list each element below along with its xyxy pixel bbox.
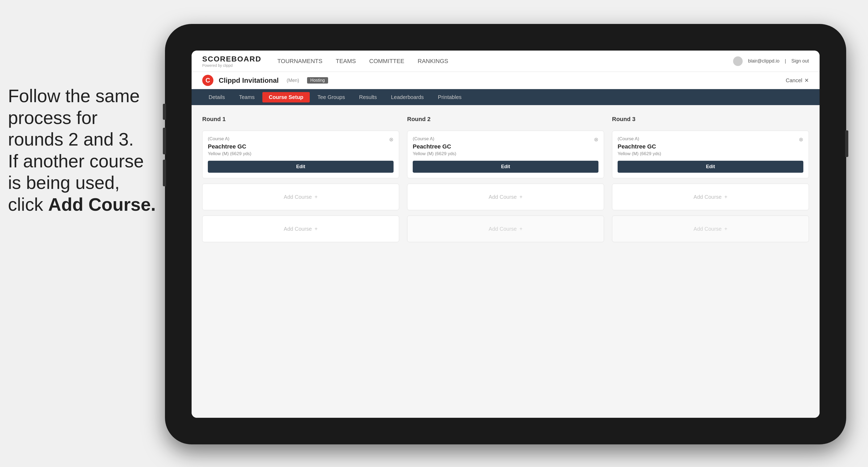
add-course-r3-2-label: Add Course xyxy=(693,226,722,232)
round-3-add-course-1[interactable]: Add Course + xyxy=(612,184,809,210)
round-3-add-course-2: Add Course + xyxy=(612,216,809,242)
nav-tournaments[interactable]: TOURNAMENTS xyxy=(277,56,322,66)
tab-bar: Details Teams Course Setup Tee Groups Re… xyxy=(192,89,819,105)
nav-teams[interactable]: TEAMS xyxy=(336,56,356,66)
round-3-course-label: (Course A) xyxy=(618,136,803,142)
round-2-course-label: (Course A) xyxy=(413,136,598,142)
round-3-edit-button[interactable]: Edit xyxy=(618,161,803,173)
tournament-name: Clippd Invitational xyxy=(219,76,279,85)
cancel-icon: ✕ xyxy=(804,77,809,84)
page-container: Follow the same process for rounds 2 and… xyxy=(0,0,868,467)
avatar xyxy=(733,56,743,66)
round-2-edit-button[interactable]: Edit xyxy=(413,161,598,173)
add-course-r2-2-plus-icon: + xyxy=(519,226,523,232)
add-course-2-label: Add Course xyxy=(284,226,312,232)
round-2-column: Round 2 ⊗ (Course A) Peachtree GC Yellow… xyxy=(407,116,604,242)
round-1-course-details: Yellow (M) (6629 yds) xyxy=(208,151,394,156)
tab-course-setup[interactable]: Course Setup xyxy=(262,92,310,102)
tab-teams[interactable]: Teams xyxy=(232,92,261,102)
round-1-add-course-2[interactable]: Add Course + xyxy=(202,216,399,242)
round-1-course-name: Peachtree GC xyxy=(208,143,394,150)
round-2-add-course-2: Add Course + xyxy=(407,216,604,242)
sub-header: C Clippd Invitational (Men) Hosting Canc… xyxy=(192,72,819,89)
powered-by-text: Powered by clippd xyxy=(202,63,261,68)
clippd-logo: C xyxy=(202,75,213,86)
add-course-r2-1-plus-icon: + xyxy=(519,194,523,200)
nav-right: blair@clippd.io | Sign out xyxy=(733,56,809,66)
round-3-course-card: ⊗ (Course A) Peachtree GC Yellow (M) (66… xyxy=(612,131,809,178)
tournament-sub: (Men) xyxy=(287,78,299,83)
add-course-r3-2-plus-icon: + xyxy=(724,226,727,232)
main-content: Round 1 ⊗ (Course A) Peachtree GC Yellow… xyxy=(192,105,819,418)
cancel-button[interactable]: Cancel ✕ xyxy=(786,77,809,84)
round-1-title: Round 1 xyxy=(202,116,399,123)
volume-down-button[interactable] xyxy=(163,128,166,154)
tab-tee-groups[interactable]: Tee Groups xyxy=(311,92,351,102)
sign-out-link[interactable]: Sign out xyxy=(792,58,809,64)
add-course-r3-1-label: Add Course xyxy=(693,194,722,200)
tablet-device: SCOREBOARD Powered by clippd TOURNAMENTS… xyxy=(165,24,846,444)
round-1-course-label: (Course A) xyxy=(208,136,394,142)
rounds-container: Round 1 ⊗ (Course A) Peachtree GC Yellow… xyxy=(202,116,809,242)
add-course-r3-1-plus-icon: + xyxy=(724,194,727,200)
tablet-screen: SCOREBOARD Powered by clippd TOURNAMENTS… xyxy=(192,51,819,418)
round-2-course-name: Peachtree GC xyxy=(413,143,598,150)
round-2-add-course-1[interactable]: Add Course + xyxy=(407,184,604,210)
round-1-edit-button[interactable]: Edit xyxy=(208,161,394,173)
logo-area: SCOREBOARD Powered by clippd xyxy=(202,55,261,68)
tab-details[interactable]: Details xyxy=(202,92,231,102)
round-3-title: Round 3 xyxy=(612,116,809,123)
round-3-course-details: Yellow (M) (6629 yds) xyxy=(618,151,803,156)
nav-rankings[interactable]: RANKINGS xyxy=(418,56,448,66)
nav-links: TOURNAMENTS TEAMS COMMITTEE RANKINGS xyxy=(277,56,733,66)
round-1-delete-icon[interactable]: ⊗ xyxy=(389,136,394,143)
cancel-label: Cancel xyxy=(786,77,802,84)
instruction-text: Follow the same process for rounds 2 and… xyxy=(8,85,162,216)
round-2-title: Round 2 xyxy=(407,116,604,123)
tab-printables[interactable]: Printables xyxy=(432,92,468,102)
user-email: blair@clippd.io xyxy=(748,58,779,64)
round-3-column: Round 3 ⊗ (Course A) Peachtree GC Yellow… xyxy=(612,116,809,242)
round-1-add-course-1[interactable]: Add Course + xyxy=(202,184,399,210)
add-course-r2-1-label: Add Course xyxy=(489,194,517,200)
round-2-course-card: ⊗ (Course A) Peachtree GC Yellow (M) (66… xyxy=(407,131,604,178)
power-button[interactable] xyxy=(845,130,848,157)
sub-header-left: C Clippd Invitational (Men) Hosting xyxy=(202,75,328,86)
round-2-course-details: Yellow (M) (6629 yds) xyxy=(413,151,598,156)
round-1-course-card: ⊗ (Course A) Peachtree GC Yellow (M) (66… xyxy=(202,131,399,178)
nav-separator: | xyxy=(785,58,786,64)
round-1-column: Round 1 ⊗ (Course A) Peachtree GC Yellow… xyxy=(202,116,399,242)
add-course-1-label: Add Course xyxy=(284,194,312,200)
tab-results[interactable]: Results xyxy=(352,92,383,102)
round-3-delete-icon[interactable]: ⊗ xyxy=(799,136,803,143)
tab-leaderboards[interactable]: Leaderboards xyxy=(384,92,430,102)
round-2-delete-icon[interactable]: ⊗ xyxy=(594,136,598,143)
add-course-2-plus-icon: + xyxy=(314,226,318,232)
scoreboard-logo: SCOREBOARD xyxy=(202,55,261,63)
hosting-badge: Hosting xyxy=(307,77,328,84)
add-course-1-plus-icon: + xyxy=(314,194,318,200)
mute-button[interactable] xyxy=(163,160,166,186)
add-course-r2-2-label: Add Course xyxy=(489,226,517,232)
round-3-course-name: Peachtree GC xyxy=(618,143,803,150)
top-navigation: SCOREBOARD Powered by clippd TOURNAMENTS… xyxy=(192,51,819,72)
nav-committee[interactable]: COMMITTEE xyxy=(369,56,404,66)
volume-up-button[interactable] xyxy=(163,104,166,120)
